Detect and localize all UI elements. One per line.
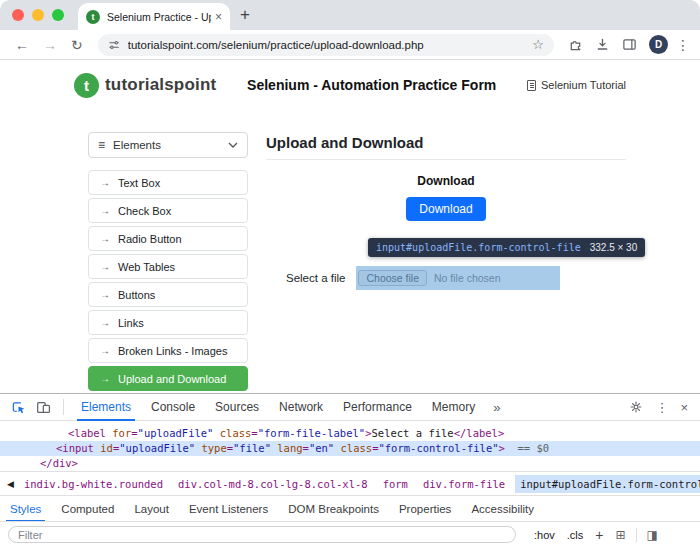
sidebar-item-broken-links[interactable]: →Broken Links - Images xyxy=(88,338,248,363)
sidebar-item-buttons[interactable]: →Buttons xyxy=(88,282,248,307)
panel-toggle-icon[interactable]: ◨ xyxy=(647,528,658,542)
sidebar-title: Elements xyxy=(113,139,228,151)
logo-icon: t xyxy=(74,73,99,98)
new-style-rule-button[interactable]: + xyxy=(595,527,603,543)
styles-tab-styles[interactable]: Styles xyxy=(0,496,51,522)
sidebar-item-label: Web Tables xyxy=(118,261,175,273)
sidebar-header[interactable]: ≡ Elements xyxy=(88,132,248,158)
sidebar-item-radio-button[interactable]: →Radio Button xyxy=(88,226,248,251)
bookmark-star-icon[interactable]: ☆ xyxy=(532,37,544,52)
new-tab-button[interactable]: + xyxy=(240,5,250,25)
toggle-element-classes-button[interactable]: .cls xyxy=(567,529,584,541)
elements-sidebar: ≡ Elements →Text Box →Check Box →Radio B… xyxy=(88,132,248,393)
styles-filter-bar: :hov .cls + ⊞ ◨ xyxy=(0,521,700,547)
computed-styles-grid-icon[interactable]: ⊞ xyxy=(615,528,625,542)
styles-filter-tools: :hov .cls + ⊞ ◨ xyxy=(528,527,664,543)
breadcrumb-scroll-left-icon[interactable]: ◀ xyxy=(2,479,19,489)
dom-tree-line-selected[interactable]: <input id="uploadFile" type="file" lang=… xyxy=(0,441,700,456)
close-window-button[interactable] xyxy=(12,9,24,21)
tab-strip: t Selenium Practice - Upload a × + xyxy=(0,0,700,30)
file-input-label: Select a file xyxy=(286,272,345,284)
logo-text: tutorialspoint xyxy=(105,75,216,95)
site-info-icon[interactable] xyxy=(108,39,120,51)
breadcrumb-item[interactable]: form xyxy=(378,475,413,493)
devtools-tab-performance[interactable]: Performance xyxy=(333,394,422,421)
devtools-menu-icon[interactable]: ⋮ xyxy=(655,401,668,414)
devtools-tab-memory[interactable]: Memory xyxy=(422,394,485,421)
breadcrumb-item[interactable]: div.col-md-8.col-lg-8.col-xl-8 xyxy=(173,475,373,493)
devtools-tab-sources[interactable]: Sources xyxy=(205,394,269,421)
browser-menu-icon[interactable]: ⋮ xyxy=(676,38,690,52)
sidebar-item-web-tables[interactable]: →Web Tables xyxy=(88,254,248,279)
arrow-icon: → xyxy=(100,233,110,244)
styles-filter-input[interactable] xyxy=(8,526,516,543)
device-toolbar-icon[interactable] xyxy=(36,400,51,415)
site-logo[interactable]: t tutorialspoint xyxy=(74,73,216,98)
sidebar-item-label: Check Box xyxy=(118,205,171,217)
downloads-icon[interactable] xyxy=(595,37,610,52)
sidebar-item-check-box[interactable]: →Check Box xyxy=(88,198,248,223)
section-heading: Upload and Download xyxy=(266,134,626,151)
dom-tree-line[interactable]: <label for="uploadFile" class="form-file… xyxy=(0,426,700,441)
sidebar-item-label: Upload and Download xyxy=(118,373,226,385)
tab-close-icon[interactable]: × xyxy=(215,10,222,24)
sidebar-item-text-box[interactable]: →Text Box xyxy=(88,170,248,195)
minimize-window-button[interactable] xyxy=(32,9,44,21)
dom-tree: <label for="uploadFile" class="form-file… xyxy=(0,421,700,471)
arrow-icon: → xyxy=(100,289,110,300)
browser-tab[interactable]: t Selenium Practice - Upload a × xyxy=(78,3,230,30)
sidebar-item-links[interactable]: →Links xyxy=(88,310,248,335)
extensions-icon[interactable] xyxy=(568,37,583,52)
sidebar-item-label: Radio Button xyxy=(118,233,182,245)
arrow-icon: → xyxy=(100,205,110,216)
breadcrumb-item-selected[interactable]: input#uploadFile.form-control-file xyxy=(515,475,700,493)
file-input[interactable]: Choose file No file chosen xyxy=(358,269,558,287)
url-text[interactable]: tutorialspoint.com/selenium/practice/upl… xyxy=(128,39,525,51)
reload-button[interactable]: ↻ xyxy=(71,38,83,52)
document-icon xyxy=(527,80,536,91)
devtools-tab-console[interactable]: Console xyxy=(141,394,205,421)
web-page: t tutorialspoint Selenium - Automation P… xyxy=(0,60,700,393)
dom-tree-line[interactable]: </div> xyxy=(0,456,700,471)
download-button[interactable]: Download xyxy=(406,197,485,221)
devtools-close-icon[interactable]: × xyxy=(680,401,688,414)
styles-tab-dom-breakpoints[interactable]: DOM Breakpoints xyxy=(278,496,389,522)
sidebar-item-label: Text Box xyxy=(118,177,160,189)
styles-tab-layout[interactable]: Layout xyxy=(124,496,179,522)
breadcrumb-item[interactable]: div.form-file xyxy=(418,475,510,493)
inspect-element-icon[interactable] xyxy=(11,400,26,415)
page-title: Selenium - Automation Practice Form xyxy=(247,77,496,93)
tooltip-selector: input#uploadFile.form-control-file xyxy=(376,242,581,253)
more-tabs-icon[interactable]: » xyxy=(485,400,508,415)
devtools-tab-network[interactable]: Network xyxy=(269,394,333,421)
zoom-window-button[interactable] xyxy=(52,9,64,21)
devtools-toolbar-actions: ⋮ × xyxy=(623,400,694,414)
styles-tab-accessibility[interactable]: Accessibility xyxy=(461,496,544,522)
tab-title: Selenium Practice - Upload a xyxy=(107,11,211,23)
address-bar[interactable]: tutorialspoint.com/selenium/practice/upl… xyxy=(98,34,554,56)
forward-button[interactable]: → xyxy=(43,38,57,52)
styles-tab-event-listeners[interactable]: Event Listeners xyxy=(179,496,278,522)
tooltip-dimensions: 332.5 × 30 xyxy=(590,242,638,253)
browser-window: t Selenium Practice - Upload a × + ← → ↻… xyxy=(0,0,700,555)
toolbar-divider xyxy=(63,399,64,415)
toggle-pseudo-classes-button[interactable]: :hov xyxy=(534,529,555,541)
sidebar-items: →Text Box →Check Box →Radio Button →Web … xyxy=(88,170,248,391)
styles-tab-computed[interactable]: Computed xyxy=(51,496,124,522)
selenium-tutorial-link[interactable]: Selenium Tutorial xyxy=(527,79,626,91)
sidebar-item-label: Links xyxy=(118,317,144,329)
arrow-icon: → xyxy=(100,317,110,328)
back-button[interactable]: ← xyxy=(15,38,29,52)
arrow-icon: → xyxy=(100,373,110,384)
side-panel-icon[interactable] xyxy=(622,37,637,52)
window-controls xyxy=(12,0,78,30)
profile-avatar[interactable]: D xyxy=(649,35,668,54)
toolbar-actions: D ⋮ xyxy=(562,35,692,54)
settings-gear-icon[interactable] xyxy=(629,400,643,414)
breadcrumb-item[interactable]: indiv.bg-white.rounded xyxy=(19,475,168,493)
sidebar-item-upload-download[interactable]: →Upload and Download xyxy=(88,366,248,391)
tools-divider xyxy=(636,528,637,542)
devtools-tab-elements[interactable]: Elements xyxy=(71,394,141,421)
tutorial-link-label: Selenium Tutorial xyxy=(541,79,626,91)
styles-tab-properties[interactable]: Properties xyxy=(389,496,461,522)
